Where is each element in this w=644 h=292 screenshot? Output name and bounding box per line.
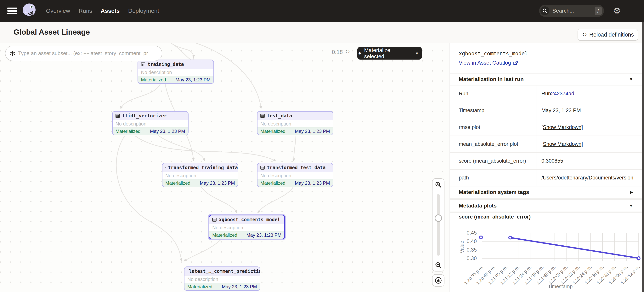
row-value: [Show Markdown] xyxy=(536,119,642,136)
asset-graph-filter-icon xyxy=(10,51,16,56)
svg-text:0.40: 0.40 xyxy=(466,238,477,244)
nav-item-deployment[interactable]: Deployment xyxy=(128,8,159,14)
asset-node-transformed_test_data[interactable]: transformed_test_dataNo descriptionMater… xyxy=(257,163,334,187)
materialize-selected-button[interactable]: ✦ Materialize selected ▾ xyxy=(357,47,422,60)
row-value: [Show Markdown] xyxy=(536,136,642,152)
download-image-button[interactable] xyxy=(432,274,444,286)
asset-filter-placeholder: Type an asset subset... (ex: ++latest_st… xyxy=(18,51,148,57)
sparkle-icon: ✦ xyxy=(357,51,362,56)
lineage-graph-canvas[interactable]: training_dataNo descriptionMaterializedM… xyxy=(0,43,450,292)
value-link[interactable]: [Show Markdown] xyxy=(542,141,583,147)
materialize-label: Materialize selected xyxy=(364,47,412,60)
selected-asset-name: xgboost_comments_model xyxy=(459,51,528,57)
asset-details-panel: xgboost_comments_model View in Asset Cat… xyxy=(450,43,642,292)
row-label: path xyxy=(450,170,536,186)
value-text: May 23, 1:23 PM xyxy=(542,108,581,114)
page-header: Global Asset Lineage ↻ Reload definition… xyxy=(0,22,644,43)
hamburger-menu-icon[interactable] xyxy=(7,8,17,14)
materialize-dropdown-caret[interactable]: ▾ xyxy=(412,47,422,60)
table-icon xyxy=(115,113,120,118)
refresh-timer: 0:18 xyxy=(332,49,343,55)
asset-footer: MaterializedMay 23, 1:23 PM xyxy=(112,127,188,135)
asset-node-training_data[interactable]: training_dataNo descriptionMaterializedM… xyxy=(138,60,214,84)
asset-node-header: training_data xyxy=(138,60,214,69)
zoom-controls xyxy=(432,178,444,271)
materialized-status: Materialized xyxy=(165,180,190,186)
materialized-timestamp[interactable]: May 23, 1:23 PM xyxy=(295,180,330,186)
row-label: Run xyxy=(450,86,536,102)
asset-filter-input[interactable]: Type an asset subset... (ex: ++latest_st… xyxy=(5,46,162,61)
search-icon xyxy=(540,7,549,15)
view-in-asset-catalog-link[interactable]: View in Asset Catalog xyxy=(459,60,518,66)
edge-tfidf_vectorizer-to-latest_comment_predictions xyxy=(116,136,182,261)
asset-node-header: transformed_training_data xyxy=(162,163,238,172)
asset-node-header: latest_…_comment_predictions xyxy=(184,267,260,275)
edge-tfidf_vectorizer-to-transformed_training_data xyxy=(158,136,205,161)
asset-name: test_data xyxy=(267,113,292,119)
window-scrollbar[interactable] xyxy=(642,22,644,292)
asset-description: No description xyxy=(258,172,333,179)
zoom-out-button[interactable] xyxy=(432,259,444,271)
section-divider xyxy=(450,198,642,200)
zoom-in-button[interactable] xyxy=(432,179,444,191)
asset-node-xgboost_comments_model[interactable]: xgboost_comments_modelNo descriptionMate… xyxy=(208,215,285,239)
table-icon xyxy=(260,113,265,118)
table-icon xyxy=(260,165,265,170)
asset-node-header: transformed_test_data xyxy=(258,163,333,172)
asset-footer: MaterializedMay 23, 1:23 PM xyxy=(184,283,260,290)
row-value: Run 242374ad xyxy=(536,86,642,102)
row-label: Timestamp xyxy=(450,102,536,119)
asset-footer: MaterializedMay 23, 1:23 PM xyxy=(210,231,284,239)
row-value: /Users/odetteharary/Documents/version xyxy=(536,170,642,186)
materialized-timestamp[interactable]: May 23, 1:23 PM xyxy=(176,77,210,83)
materialized-timestamp[interactable]: May 23, 1:23 PM xyxy=(150,129,185,134)
refresh-icon[interactable]: ↻ xyxy=(345,48,350,55)
zoom-slider-track[interactable] xyxy=(437,194,440,256)
materialized-timestamp[interactable]: May 23, 1:23 PM xyxy=(246,232,282,238)
materialized-timestamp[interactable]: May 23, 1:23 PM xyxy=(295,129,330,134)
asset-node-tfidf_vectorizer[interactable]: tfidf_vectorizerNo descriptionMaterializ… xyxy=(112,111,188,135)
materialized-status: Materialized xyxy=(212,232,237,238)
value-text: 0.300855 xyxy=(542,158,563,164)
asset-node-header: tfidf_vectorizer xyxy=(112,112,188,120)
materialized-status: Materialized xyxy=(141,77,166,83)
nav-item-runs[interactable]: Runs xyxy=(78,8,92,14)
nav-item-assets[interactable]: Assets xyxy=(101,8,120,14)
asset-footer: MaterializedMay 23, 1:23 PM xyxy=(258,127,333,135)
gear-icon[interactable]: ⚙ xyxy=(613,7,621,15)
search-input[interactable]: Search... / xyxy=(539,5,604,17)
asset-node-latest_comment_predictions[interactable]: latest_…_comment_predictionsNo descripti… xyxy=(184,266,260,291)
table-row-mean-absolute-error-plot: mean_absolute_error plot[Show Markdown] xyxy=(450,136,642,152)
asset-node-test_data[interactable]: test_dataNo descriptionMaterializedMay 2… xyxy=(257,111,334,135)
section-materialization-last-run[interactable]: Materialization in last run ▼ xyxy=(450,73,642,85)
section-system-tags[interactable]: Materialization system tags ▶ xyxy=(450,186,642,198)
materialized-status: Materialized xyxy=(260,129,285,134)
edge-test_data-to-transformed_test_data xyxy=(294,136,296,161)
reload-definitions-button[interactable]: ↻ Reload definitions xyxy=(578,29,638,41)
external-link-icon xyxy=(513,60,518,66)
asset-name: transformed_training_data xyxy=(168,165,238,170)
materialized-timestamp[interactable]: May 23, 1:23 PM xyxy=(200,180,235,186)
table-row-rmse-plot: rmse plot[Show Markdown] xyxy=(450,119,642,136)
value-link[interactable]: [Show Markdown] xyxy=(542,124,583,130)
svg-text:Timestamp: Timestamp xyxy=(548,283,573,289)
table-icon xyxy=(165,165,166,170)
search-shortcut-badge: / xyxy=(595,7,602,15)
svg-text:0.30: 0.30 xyxy=(466,255,477,261)
section-divider xyxy=(450,211,642,213)
value-text: Run xyxy=(542,91,551,97)
asset-name: latest_…_comment_predictions xyxy=(189,268,260,274)
chevron-down-icon: ▼ xyxy=(629,77,633,82)
zoom-slider-thumb[interactable] xyxy=(434,214,442,222)
dagster-logo-icon[interactable] xyxy=(22,3,37,19)
value-link[interactable]: /Users/odetteharary/Documents/version xyxy=(542,175,634,181)
reload-label: Reload definitions xyxy=(589,32,634,38)
asset-description: No description xyxy=(210,224,284,231)
asset-node-transformed_training_data[interactable]: transformed_training_dataNo descriptionM… xyxy=(162,163,238,187)
asset-footer: MaterializedMay 23, 1:23 PM xyxy=(258,179,333,187)
materialized-timestamp[interactable]: May 23, 1:23 PM xyxy=(222,284,257,289)
value-link[interactable]: 242374ad xyxy=(551,91,574,97)
nav-item-overview[interactable]: Overview xyxy=(46,8,70,14)
materialized-status: Materialized xyxy=(116,129,140,134)
section-metadata-plots[interactable]: Metadata plots ▼ xyxy=(450,200,642,211)
